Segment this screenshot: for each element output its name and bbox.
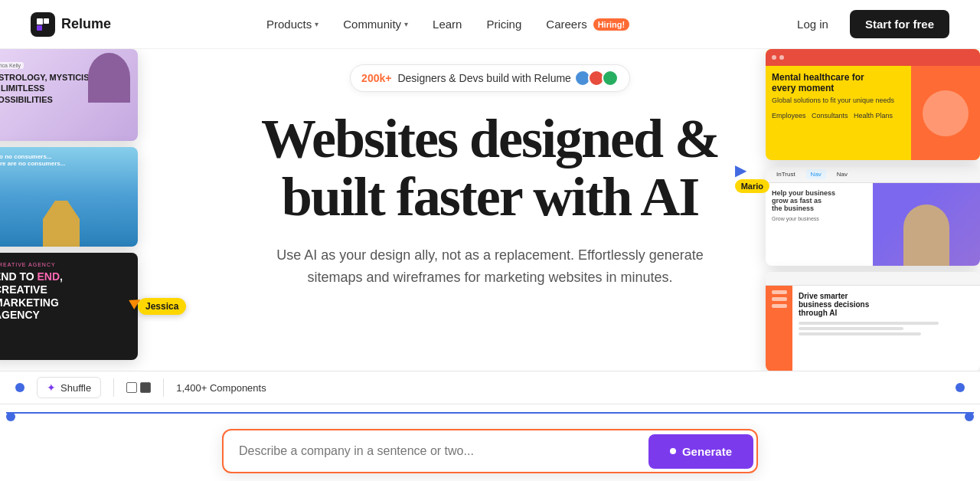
logo[interactable]: Relume xyxy=(31,12,111,37)
avatar-3 xyxy=(602,70,619,87)
sc3-label: Creative Agency xyxy=(0,262,129,267)
generate-label: Generate xyxy=(682,445,732,458)
toolbar-dot-left xyxy=(15,383,24,392)
rsc1-circle-decoration xyxy=(923,90,969,136)
sc3-title: END TO END,CREATIVEMARKETINGAGENCY xyxy=(0,270,129,322)
nav-products[interactable]: Products ▾ xyxy=(257,13,328,35)
screenshot-card-person: InTrust Nav Nav Help your businessgrow a… xyxy=(766,166,980,266)
right-screenshots: Mental healthcare forevery moment Global… xyxy=(766,49,980,371)
svg-rect-2 xyxy=(44,18,49,24)
shuffle-button[interactable]: ✦ Shuffle xyxy=(37,377,101,398)
input-wrapper: Generate xyxy=(222,429,758,473)
rsc2-header: InTrust Nav Nav xyxy=(766,166,980,183)
generate-dot-icon xyxy=(670,448,676,454)
cursor-arrow-icon: ▶ xyxy=(735,162,769,178)
chevron-down-icon: ▾ xyxy=(315,20,318,28)
sc1-tag: Erica Kelly xyxy=(0,62,24,69)
toolbar-webflow xyxy=(126,382,151,393)
rsc2-text-area: Help your businessgrow as fast asthe bus… xyxy=(766,183,873,266)
logo-text: Relume xyxy=(61,16,111,32)
rsc3-line xyxy=(799,327,903,330)
svg-rect-0 xyxy=(31,12,55,37)
navbar-actions: Log in Start for free xyxy=(785,10,949,38)
nav-learn[interactable]: Learn xyxy=(423,13,471,35)
jessica-badge: Jessica xyxy=(138,298,186,315)
screenshot-card-building: ...so no consumers...there are no consum… xyxy=(0,147,138,247)
rsc2-nav1: InTrust xyxy=(772,169,800,179)
company-description-input[interactable] xyxy=(224,430,645,472)
chevron-down-icon: ▾ xyxy=(404,20,408,28)
selection-bar xyxy=(6,412,974,414)
rsc3-main: Drive smarterbusiness decisionsthrough A… xyxy=(792,286,980,371)
nav-pricing[interactable]: Pricing xyxy=(477,13,531,35)
rsc2-nav3: Nav xyxy=(832,169,852,179)
selection-handle-tl[interactable] xyxy=(6,412,15,421)
svg-rect-3 xyxy=(37,25,42,31)
webflow-icon xyxy=(126,382,151,393)
rsc2-image-area xyxy=(873,183,980,266)
left-screenshots: Erica Kelly ASTROLOGY, MYSTICISM,& LIMIT… xyxy=(0,49,153,366)
input-area: Generate xyxy=(222,429,758,473)
screenshot-card-business: Drive smarterbusiness decisionsthrough A… xyxy=(766,272,980,371)
hiring-badge: Hiring! xyxy=(593,18,629,31)
rsc3-sidebar-item xyxy=(772,290,787,294)
nav-careers[interactable]: Careers Hiring! xyxy=(537,13,639,35)
rsc2-desc: Grow your business xyxy=(772,215,867,223)
mario-badge: Mario xyxy=(735,179,769,193)
components-count: 1,400+ Components xyxy=(176,382,266,394)
main-content: Erica Kelly ASTROLOGY, MYSTICISM,& LIMIT… xyxy=(0,49,980,481)
generate-button[interactable]: Generate xyxy=(648,434,753,469)
start-free-button[interactable]: Start for free xyxy=(850,10,949,38)
toolbar-separator2 xyxy=(163,378,164,397)
rsc1-image xyxy=(911,66,980,160)
rsc3-line xyxy=(799,332,921,335)
shuffle-label: Shuffle xyxy=(60,382,91,394)
wf-box2 xyxy=(140,382,151,393)
rsc2-nav2: Nav xyxy=(806,169,826,179)
toolbar-dot-right xyxy=(956,383,965,392)
screenshot-card-astrology: Erica Kelly ASTROLOGY, MYSTICISM,& LIMIT… xyxy=(0,49,138,141)
hero-subtitle: Use AI as your design ally, not as a rep… xyxy=(276,244,704,289)
rsc3-sidebar-item xyxy=(772,304,787,308)
screenshot-card-agency: Creative Agency END TO END,CREATIVEMARKE… xyxy=(0,253,138,360)
sc2-building xyxy=(31,201,92,247)
rsc3-lines xyxy=(799,322,974,335)
nav-community[interactable]: Community ▾ xyxy=(334,13,417,35)
rsc2-brand: Help your businessgrow as fast asthe bus… xyxy=(772,189,867,212)
selection-handle-tr[interactable] xyxy=(965,412,974,421)
login-button[interactable]: Log in xyxy=(785,11,841,37)
toolbar-separator xyxy=(113,378,114,397)
logo-icon xyxy=(31,12,55,37)
screenshot-card-healthcare: Mental healthcare forevery moment Global… xyxy=(766,49,980,160)
mario-cursor: ▶ Mario xyxy=(735,162,769,193)
main-nav: Products ▾ Community ▾ Learn Pricing Car… xyxy=(257,13,639,35)
rsc1-dot xyxy=(772,55,776,60)
rsc3-line xyxy=(799,322,939,325)
rsc1-dot2 xyxy=(779,55,784,60)
rsc3-title: Drive smarterbusiness decisionsthrough A… xyxy=(799,292,974,317)
rsc2-person-head xyxy=(903,205,949,266)
sc1-person-image xyxy=(88,53,130,103)
shuffle-icon: ✦ xyxy=(47,381,56,394)
rsc3-sidebar-item xyxy=(772,297,787,301)
hero-section: 200k+ Designers & Devs build with Relume… xyxy=(214,64,766,313)
rsc1-header xyxy=(766,49,980,66)
badge-text: Designers & Devs build with Relume xyxy=(397,72,570,84)
rsc2-content: Help your businessgrow as fast asthe bus… xyxy=(766,183,980,266)
rsc3-content: Drive smarterbusiness decisionsthrough A… xyxy=(766,286,980,371)
wf-box1 xyxy=(126,382,137,393)
badge-count: 200k+ xyxy=(361,72,391,84)
toolbar-bar: ✦ Shuffle 1,400+ Components xyxy=(0,371,980,404)
navbar: Relume Products ▾ Community ▾ Learn Pric… xyxy=(0,0,980,49)
rsc3-header xyxy=(766,272,980,286)
user-count-badge: 200k+ Designers & Devs build with Relume xyxy=(350,64,630,92)
sc2-text: ...so no consumers...there are no consum… xyxy=(0,147,138,173)
rsc3-sidebar xyxy=(766,286,792,371)
rsc2-person-image xyxy=(873,183,980,266)
hero-title: Websites designed & built faster with AI xyxy=(214,110,766,226)
svg-rect-1 xyxy=(37,18,43,25)
